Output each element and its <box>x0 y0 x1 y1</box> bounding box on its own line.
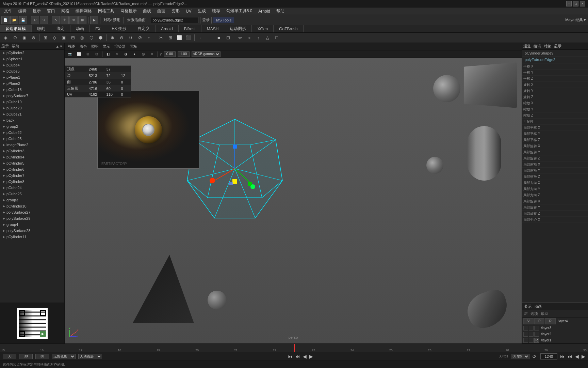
viewport-canvas[interactable]: 顶点 2468 37 边 5213 72 12 面 2786 36 <box>65 58 522 343</box>
vp-shadow-btn[interactable]: ◑ <box>122 51 129 58</box>
menu-mesh-tools[interactable]: 网格工具 <box>95 7 117 15</box>
maximize-button[interactable]: □ <box>573 1 578 6</box>
anim-tab-label[interactable]: 动画 <box>534 304 542 309</box>
viewport-tab-panel[interactable]: 面板 <box>128 44 138 49</box>
outliner-item-pSphere1[interactable]: ▶ pSphere1 <box>0 56 64 62</box>
undo-button[interactable]: ↩ <box>31 16 39 24</box>
tick-23[interactable]: 23 <box>312 349 315 352</box>
outliner-item-imagePlane2[interactable]: ▶ imagePlane2 <box>0 142 64 148</box>
tab-fx-deform[interactable]: FX 变形 <box>106 25 132 32</box>
outliner-item-pPlane1[interactable]: ▶ pPlane1 <box>0 74 64 80</box>
layer1-v[interactable] <box>523 338 528 343</box>
icon-soften-harden[interactable]: ≈ <box>245 33 254 42</box>
icon-loop-select[interactable]: ⊗ <box>29 33 38 42</box>
tab-animation[interactable]: 动画 <box>70 25 90 32</box>
menu-file[interactable]: 文件 <box>1 7 15 15</box>
viewport-tab-view[interactable]: 视图 <box>67 44 77 49</box>
scale-tool-button[interactable]: ⊞ <box>78 16 86 24</box>
outliner-scroll-up[interactable]: ▲ <box>55 44 59 48</box>
vp-grid-btn[interactable]: ⊞ <box>84 51 91 58</box>
menu-curves[interactable]: 曲线 <box>140 7 154 15</box>
tab-mash[interactable]: MASH <box>201 25 225 32</box>
edit-tab[interactable]: 编辑 <box>534 44 541 49</box>
tick-19[interactable]: 19 <box>157 349 160 352</box>
minimize-button[interactable]: − <box>566 1 572 6</box>
menu-help[interactable]: 帮助 <box>274 7 287 15</box>
tick-18[interactable]: 18 <box>118 349 121 352</box>
tab-motion-graphics[interactable]: 运动图形 <box>224 25 252 32</box>
icon-bool-inter[interactable]: ∩ <box>145 33 153 42</box>
icon-connect[interactable]: ⊞ <box>166 33 175 42</box>
icon-bevel[interactable]: ◇ <box>50 33 59 42</box>
outliner-item-pCylinder10[interactable]: ▶ pCylinder10 <box>0 203 64 209</box>
layer3-v[interactable] <box>523 326 528 331</box>
tab-bifrost[interactable]: Bifrost <box>179 25 201 32</box>
vp-wire-btn[interactable]: ⊡ <box>93 51 100 58</box>
icon-triangulate[interactable]: △ <box>263 33 272 42</box>
gamma-max-input[interactable] <box>178 51 190 57</box>
maya-edition-button[interactable]: Maya 经典▼ <box>565 17 587 22</box>
range-end-input[interactable] <box>19 354 33 359</box>
outliner-item-pCylinder5[interactable]: ▶ pCylinder5 <box>0 160 64 166</box>
menu-uv[interactable]: UV <box>183 8 194 14</box>
menu-mesh[interactable]: 网格 <box>59 7 72 15</box>
outliner-item-pCube23[interactable]: ▶ pCube23 <box>0 136 64 142</box>
tl-next-btn[interactable]: ◀ <box>575 354 579 359</box>
tick-20[interactable]: 20 <box>195 349 199 352</box>
outliner-item-pPlane2[interactable]: ▶ pPlane2 <box>0 80 64 87</box>
icon-combine[interactable]: ⊕ <box>108 33 117 42</box>
icon-lasso[interactable]: ⊙ <box>11 33 19 42</box>
icon-normals[interactable]: ↑ <box>254 33 263 42</box>
vp-display-btn[interactable]: ⬜ <box>76 51 82 58</box>
layer1-p[interactable] <box>529 338 534 343</box>
save-scene-button[interactable]: 💾 <box>19 16 27 24</box>
play-start-button[interactable]: ⏮ <box>288 354 293 359</box>
icon-edge-mode[interactable]: — <box>205 33 214 42</box>
tab-sculpt[interactable]: 雕刻 <box>32 25 51 32</box>
icon-quad-draw[interactable]: ⬛ <box>184 33 193 42</box>
outliner-item-pCube20[interactable]: ▶ pCube20 <box>0 105 64 111</box>
outliner-item-pCube24[interactable]: ▶ pCube24 <box>0 185 64 191</box>
close-button[interactable]: × <box>580 1 585 6</box>
icon-smooth[interactable]: ⬡ <box>87 33 96 42</box>
new-scene-button[interactable]: 📄 <box>1 16 10 24</box>
menu-surfaces[interactable]: 曲面 <box>154 7 168 15</box>
layer-r-btn[interactable]: R <box>545 318 555 324</box>
icon-fill-hole[interactable]: ⬜ <box>175 33 184 42</box>
vp-light-btn[interactable]: ☀ <box>113 51 120 58</box>
outliner-item-polySurface28[interactable]: ▶ polySurface28 <box>0 228 64 234</box>
outliner-item-pCube21[interactable]: ▶ pCube21 <box>0 111 64 117</box>
menu-generate[interactable]: 生成 <box>195 7 209 15</box>
outliner-item-pCube5[interactable]: ▶ pCube5 <box>0 68 64 74</box>
viewport-tab-renderer[interactable]: 渲染器 <box>113 44 127 49</box>
play-forward-button[interactable]: ▶ <box>309 354 313 359</box>
rotate-tool-button[interactable]: ↻ <box>69 16 78 24</box>
tab-polygon-modeling[interactable]: 多边形建模 <box>0 25 32 32</box>
layer-p-btn[interactable]: P <box>534 318 544 324</box>
fps-select[interactable]: 30 fps <box>511 354 529 359</box>
prev-key-button[interactable]: ⏭ <box>295 354 300 359</box>
icon-uv-mode[interactable]: ⊡ <box>224 33 232 42</box>
outliner-item-pCube19[interactable]: ▶ pCube19 <box>0 99 64 105</box>
object-tab[interactable]: 对象 <box>544 44 551 49</box>
display-tab[interactable]: 显示 <box>554 44 561 49</box>
tab-fx[interactable]: FX <box>90 25 106 32</box>
icon-vertex-mode[interactable]: · <box>196 33 205 42</box>
menu-cache[interactable]: 缓存 <box>209 7 223 15</box>
icon-bridge[interactable]: ⊟ <box>68 33 77 42</box>
layers-label[interactable]: 层 <box>524 311 528 316</box>
range-end2-input[interactable] <box>35 354 49 359</box>
viewport-tab-display2[interactable]: 显示 <box>101 44 112 49</box>
tab-custom[interactable]: 自定义 <box>132 25 156 32</box>
tab-rig[interactable]: 绑定 <box>51 25 70 32</box>
icon-subdivide[interactable]: ⬢ <box>96 33 105 42</box>
icon-separate[interactable]: ⊖ <box>117 33 126 42</box>
tick-30[interactable]: 30 <box>583 349 587 352</box>
tab-arnold[interactable]: Arnold <box>156 25 179 32</box>
outliner-item-pCylinder2[interactable]: ▶ pCylinder2 <box>0 50 64 56</box>
icon-insert-edge[interactable]: ⊞ <box>41 33 50 42</box>
outliner-scroll-down[interactable]: ▼ <box>59 44 63 48</box>
tick-29[interactable]: 29 <box>544 349 548 352</box>
outliner-item-group3[interactable]: ▶ group3 <box>0 197 64 203</box>
vp-fog-btn[interactable]: ≡ <box>149 51 156 58</box>
